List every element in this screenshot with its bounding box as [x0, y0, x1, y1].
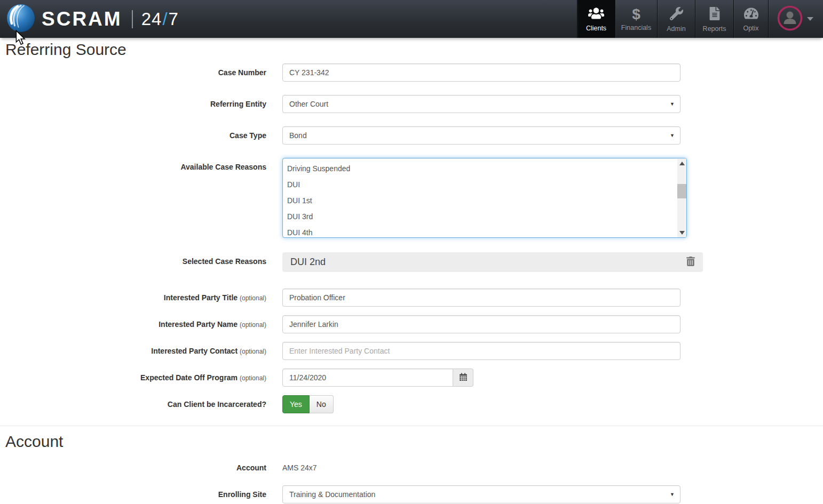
- select-caret-icon: ▼: [670, 133, 675, 138]
- scroll-up-arrow[interactable]: [677, 159, 686, 167]
- incarcerated-label: Can Client be Incarcerated?: [0, 395, 266, 413]
- top-navbar: SCRAM 24/7 Clients $ Financials Admin Re…: [0, 0, 823, 38]
- referring-entity-select[interactable]: Other Court ▼: [282, 95, 680, 113]
- interested-party-title-label: Interested Party Title (optional): [0, 289, 266, 307]
- interested-party-title-row: Interested Party Title (optional): [0, 289, 823, 307]
- incarcerated-toggle: Yes No: [282, 395, 334, 413]
- list-option[interactable]: Driving Suspended: [283, 161, 686, 177]
- brand-247: 24/7: [141, 9, 179, 29]
- enrolling-site-label: Enrolling Site: [0, 485, 266, 503]
- available-case-reasons-listbox[interactable]: Driving Suspended DUI DUI 1st DUI 3rd DU…: [282, 158, 687, 238]
- interested-party-title-input[interactable]: [282, 289, 680, 307]
- avatar-icon: [777, 5, 803, 33]
- case-type-select[interactable]: Bond ▼: [282, 126, 680, 145]
- case-type-row: Case Type Bond ▼: [0, 126, 823, 145]
- scroll-thumb[interactable]: [677, 184, 686, 198]
- brand-logo[interactable]: SCRAM 24/7: [0, 4, 179, 35]
- select-caret-icon: ▼: [670, 492, 675, 497]
- selected-case-reason-item: DUI 2nd: [282, 252, 703, 272]
- listbox-scrollbar[interactable]: [677, 158, 686, 237]
- brand-name: SCRAM: [42, 8, 122, 30]
- main-nav: Clients $ Financials Admin Reports Optix: [577, 0, 823, 38]
- interested-party-name-input[interactable]: [282, 315, 680, 333]
- list-option[interactable]: DUI 4th: [283, 225, 686, 238]
- enrolling-site-select[interactable]: Training & Documentation ▼: [282, 485, 680, 503]
- case-type-label: Case Type: [0, 126, 266, 145]
- nav-item-reports[interactable]: Reports: [695, 0, 733, 38]
- user-menu[interactable]: [768, 0, 823, 38]
- brand-divider: [132, 10, 133, 28]
- gauge-icon: [744, 7, 758, 22]
- calendar-button[interactable]: [453, 369, 473, 387]
- expected-date-input[interactable]: [282, 369, 453, 387]
- scram-swoosh-icon: [6, 4, 35, 35]
- select-caret-icon: ▼: [670, 101, 675, 107]
- list-option[interactable]: DUI 1st: [283, 193, 686, 209]
- page-title: Referring Source: [5, 41, 823, 58]
- account-value: AMS 24x7: [282, 463, 317, 472]
- nav-item-admin[interactable]: Admin: [657, 0, 695, 38]
- interested-party-contact-row: Interested Party Contact (optional): [0, 342, 823, 361]
- nav-item-clients[interactable]: Clients: [577, 0, 615, 38]
- selected-case-reasons-row: Selected Case Reasons DUI 2nd: [0, 252, 823, 272]
- enrolling-site-row: Enrolling Site Training & Documentation …: [0, 485, 823, 503]
- scroll-down-arrow[interactable]: [677, 228, 686, 237]
- incarcerated-no-button[interactable]: No: [310, 395, 334, 413]
- main-content: Referring Source Case Number Referring E…: [0, 41, 823, 503]
- case-number-row: Case Number: [0, 63, 823, 82]
- remove-case-reason-button[interactable]: [686, 257, 695, 268]
- dollar-icon: $: [632, 7, 640, 21]
- chevron-down-icon: [807, 17, 813, 21]
- list-option[interactable]: DUI: [283, 177, 686, 193]
- case-number-input[interactable]: [282, 63, 680, 82]
- calendar-icon: [459, 373, 468, 383]
- interested-party-name-label: Interested Party Name (optional): [0, 315, 266, 334]
- report-icon: [709, 7, 720, 22]
- trash-icon: [686, 257, 695, 268]
- interested-party-name-row: Interested Party Name (optional): [0, 315, 823, 334]
- account-label: Account: [0, 459, 266, 477]
- expected-date-row: Expected Date Off Program (optional): [0, 369, 823, 387]
- interested-party-contact-input[interactable]: [282, 342, 680, 360]
- list-option[interactable]: DUI 3rd: [283, 209, 686, 225]
- available-case-reasons-row: Available Case Reasons Driving Suspended…: [0, 158, 823, 238]
- selected-case-reasons-label: Selected Case Reasons: [0, 252, 266, 270]
- account-section-title: Account: [5, 433, 823, 451]
- available-case-reasons-label: Available Case Reasons: [0, 158, 266, 176]
- case-number-label: Case Number: [0, 63, 266, 82]
- section-divider: [0, 426, 823, 426]
- referring-entity-label: Referring Entity: [0, 95, 266, 113]
- nav-item-optix[interactable]: Optix: [733, 0, 768, 38]
- interested-party-contact-label: Interested Party Contact (optional): [0, 342, 266, 361]
- incarcerated-yes-button[interactable]: Yes: [282, 395, 310, 413]
- referring-entity-row: Referring Entity Other Court ▼: [0, 95, 823, 113]
- users-icon: [588, 7, 604, 22]
- account-row: Account AMS 24x7: [0, 459, 823, 477]
- expected-date-label: Expected Date Off Program (optional): [0, 369, 266, 387]
- incarcerated-row: Can Client be Incarcerated? Yes No: [0, 395, 823, 413]
- nav-item-financials[interactable]: $ Financials: [615, 0, 657, 38]
- wrench-icon: [670, 7, 683, 22]
